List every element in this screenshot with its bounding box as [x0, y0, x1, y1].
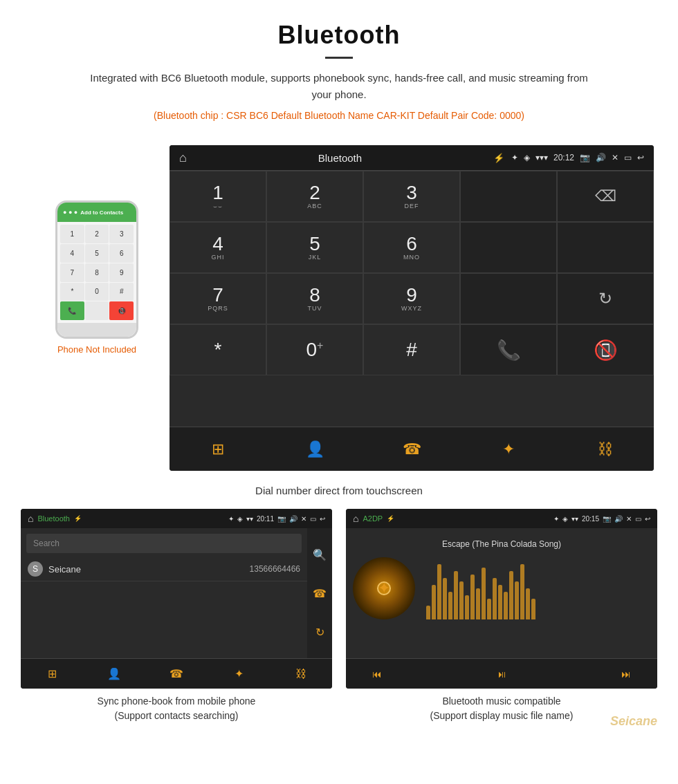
signal-icon: ▾▾▾: [535, 153, 548, 162]
dial-screen: ⌂ Bluetooth ⚡ ✦ ◈ ▾▾▾ 20:12 📷 🔊 ✕ ▭ ↩ 1 …: [170, 145, 654, 471]
eq-bar: [437, 564, 441, 619]
nav-dialpad[interactable]: ⊞: [170, 427, 266, 471]
empty-cell-2: [557, 222, 654, 273]
contact-avatar: S: [28, 561, 43, 577]
end-call-button[interactable]: 📵: [557, 324, 654, 375]
next-track-icon: ⏭: [621, 669, 631, 680]
song-title: Escape (The Pina Colada Song): [442, 539, 561, 549]
key-2[interactable]: 2 ABC: [266, 171, 363, 222]
music-block: ⌂ A2DP ⚡ ✦ ◈ ▾▾ 20:15 📷 🔊 ✕ ▭ ↩: [346, 509, 657, 723]
pb-nav-contacts[interactable]: 👤: [83, 659, 145, 689]
phonebook-search-icon[interactable]: 🔍: [313, 548, 327, 561]
bottom-nav: ⊞ 👤 ☎ ✦ ⛓: [170, 427, 654, 471]
eq-bar: [498, 585, 502, 619]
pb-bluetooth-icon: ✦: [235, 667, 244, 680]
music-bottom-nav: ⏮ ⏯ ⏭: [346, 658, 657, 689]
pb-nav-link[interactable]: ⛓: [270, 659, 332, 689]
empty-cell-1: [460, 222, 557, 273]
music-nav-prev[interactable]: ⏮: [346, 659, 408, 689]
phonebook-search-bar[interactable]: Search: [26, 534, 302, 553]
phonebook-refresh-icon[interactable]: ↻: [315, 626, 324, 639]
phonebook-home-icon[interactable]: ⌂: [28, 513, 33, 524]
title-divider: [325, 57, 353, 59]
call-red-icon: 📵: [594, 339, 618, 362]
key-7[interactable]: 7 PQRS: [170, 273, 266, 324]
refresh-cell[interactable]: ↻: [557, 273, 654, 324]
phonebook-bottom-nav: ⊞ 👤 ☎ ✦ ⛓: [21, 658, 332, 689]
key-star[interactable]: *: [170, 324, 266, 375]
contact-name: Seicane: [48, 564, 250, 575]
music-status-bar: ⌂ A2DP ⚡ ✦ ◈ ▾▾ 20:15 📷 🔊 ✕ ▭ ↩: [346, 509, 657, 528]
back-icon[interactable]: ↩: [637, 153, 644, 162]
music-home-icon[interactable]: ⌂: [353, 513, 358, 524]
main-screen-row: ● ● ● Add to Contacts 1 2 3 4 5 6 7 8 9 …: [0, 145, 678, 478]
phonebook-screen: ⌂ Bluetooth ⚡ ✦ ◈ ▾▾ 20:11 📷 🔊 ✕ ▭ ↩: [21, 509, 332, 689]
phonebook-title: Bluetooth: [37, 514, 69, 523]
phone-image: ● ● ● Add to Contacts 1 2 3 4 5 6 7 8 9 …: [55, 200, 138, 339]
status-bar: ⌂ Bluetooth ⚡ ✦ ◈ ▾▾▾ 20:12 📷 🔊 ✕ ▭ ↩: [170, 145, 654, 170]
dial-caption: Dial number direct from touchscreen: [0, 478, 678, 509]
phonebook-call-icon[interactable]: ☎: [313, 587, 327, 600]
eq-bar: [482, 568, 486, 619]
pb-nav-dialpad[interactable]: ⊞: [21, 659, 83, 689]
usb-icon: ⚡: [493, 153, 504, 163]
eq-bar: [432, 585, 436, 619]
link-icon: ⛓: [598, 440, 613, 458]
nav-bluetooth[interactable]: ✦: [460, 427, 557, 471]
eq-bar: [515, 581, 519, 619]
eq-bar: [520, 564, 524, 619]
pb-contacts-icon: 👤: [107, 667, 121, 680]
key-0[interactable]: 0+: [266, 324, 363, 375]
window-icon[interactable]: ▭: [624, 153, 632, 162]
eq-bar: [426, 606, 430, 619]
key-9[interactable]: 9 WXYZ: [363, 273, 460, 324]
key-8[interactable]: 8 TUV: [266, 273, 363, 324]
bottom-screens-container: ⌂ Bluetooth ⚡ ✦ ◈ ▾▾ 20:11 📷 🔊 ✕ ▭ ↩: [0, 509, 678, 737]
home-icon[interactable]: ⌂: [179, 151, 187, 165]
music-nav-next[interactable]: ⏭: [595, 659, 657, 689]
nav-link[interactable]: ⛓: [557, 427, 654, 471]
call-green-icon: 📞: [497, 339, 521, 362]
time-display: 20:12: [553, 153, 574, 162]
display-area: [460, 171, 557, 222]
contact-entry-seicane[interactable]: S Seicane 13566664466: [21, 557, 307, 581]
pb-nav-bluetooth[interactable]: ✦: [208, 659, 270, 689]
nav-contacts[interactable]: 👤: [266, 427, 363, 471]
bluetooth-icon: ✦: [502, 440, 515, 458]
eq-bar: [454, 571, 458, 619]
refresh-icon: ↻: [598, 289, 612, 308]
key-5[interactable]: 5 JKL: [266, 222, 363, 273]
key-3[interactable]: 3 DEF: [363, 171, 460, 222]
key-hash[interactable]: #: [363, 324, 460, 375]
disc-bluetooth-icon: ✦: [378, 579, 390, 597]
page-description: Integrated with BC6 Bluetooth module, su…: [90, 70, 588, 103]
empty-cell-3: [460, 273, 557, 324]
backspace-cell[interactable]: ⌫: [557, 171, 654, 222]
page-specs: (Bluetooth chip : CSR BC6 Default Blueto…: [69, 107, 609, 124]
phonebook-left: Search S Seicane 13566664466: [21, 528, 307, 658]
music-nav-playpause[interactable]: ⏯: [470, 659, 533, 689]
phonebook-content: Search S Seicane 13566664466 🔍 ☎ ↻: [21, 528, 332, 658]
music-status-icons: ✦ ◈ ▾▾ 20:15 📷 🔊 ✕ ▭ ↩: [553, 515, 650, 523]
music-album-area: ♪ ✦: [353, 557, 650, 619]
music-content: Escape (The Pina Colada Song) ♪ ✦: [346, 528, 657, 625]
prev-track-icon: ⏮: [372, 669, 382, 680]
call-button[interactable]: 📞: [460, 324, 557, 375]
key-6[interactable]: 6 MNO: [363, 222, 460, 273]
dialpad-icon: ⊞: [212, 440, 224, 458]
phonebook-block: ⌂ Bluetooth ⚡ ✦ ◈ ▾▾ 20:11 📷 🔊 ✕ ▭ ↩: [21, 509, 332, 723]
eq-bar: [487, 599, 491, 619]
key-4[interactable]: 4 GHI: [170, 222, 266, 273]
pb-nav-phone[interactable]: ☎: [145, 659, 208, 689]
music-screen: ⌂ A2DP ⚡ ✦ ◈ ▾▾ 20:15 📷 🔊 ✕ ▭ ↩: [346, 509, 657, 689]
eq-bar: [509, 571, 513, 619]
key-1[interactable]: 1 ⌣⌣: [170, 171, 266, 222]
eq-bar: [470, 575, 475, 619]
contact-phone: 13566664466: [250, 564, 300, 574]
eq-bar: [448, 592, 452, 619]
nav-phone[interactable]: ☎: [363, 427, 460, 471]
close-icon[interactable]: ✕: [612, 153, 619, 162]
pb-phone-icon: ☎: [170, 667, 183, 680]
play-pause-icon: ⏯: [497, 669, 506, 680]
eq-bar: [443, 578, 447, 619]
